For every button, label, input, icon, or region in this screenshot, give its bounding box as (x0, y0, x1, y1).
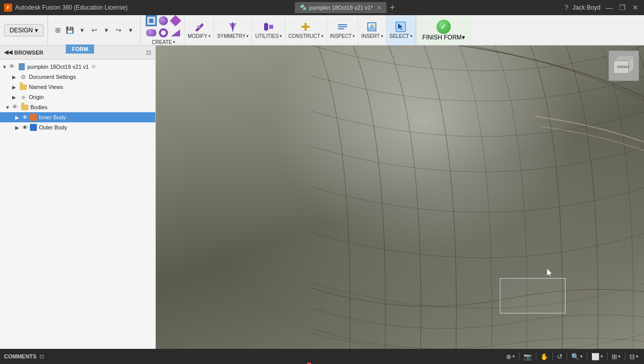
divider-5 (587, 352, 587, 360)
tree-arrow-inner-body: ▶ (15, 115, 22, 120)
wireframe-overlay (156, 46, 644, 349)
orbit-tool[interactable]: ↺ (555, 353, 564, 360)
grid-tool[interactable]: ⊞▾ (610, 353, 622, 360)
redo-button[interactable]: ↪ (113, 25, 124, 36)
utilities-group[interactable]: UTILITIES▾ (252, 15, 285, 45)
create-label: CREATE▾ (152, 39, 175, 45)
symmetry-icon (227, 21, 238, 32)
restore-button[interactable]: ❐ (618, 3, 627, 12)
svg-rect-8 (338, 24, 347, 25)
divider-2 (536, 352, 536, 360)
tree-item-origin[interactable]: ▶ ⊕ Origin (0, 92, 155, 102)
tree-item-inner-body[interactable]: ▶ 👁 Inner Body (0, 112, 155, 122)
divider-7 (625, 352, 625, 360)
select-group[interactable]: SELECT▾ (387, 15, 416, 45)
construct-group[interactable]: CONSTRUCT▾ (285, 15, 327, 45)
tree-item-root[interactable]: ▼ 👁 pumpkin 18Oct19 v21 v1 👁 (0, 62, 155, 72)
divider-6 (607, 352, 608, 360)
zoom-tool[interactable]: 🔍▾ (570, 353, 584, 360)
eye-icon-inner-body[interactable]: 👁 (22, 114, 28, 120)
close-button[interactable]: ✕ (631, 3, 640, 12)
finish-form-label: FINISH FORM▾ (422, 34, 465, 41)
inspect-group[interactable]: INSPECT▾ (327, 15, 358, 45)
comments-expand-icon[interactable]: ⊡ (39, 353, 44, 360)
snap-grid-tool[interactable]: ⊟▾ (628, 353, 640, 360)
svg-point-13 (373, 24, 375, 26)
eye-icon-bodies[interactable]: 👁 (12, 104, 19, 111)
tree-item-doc-settings-label: Document Settings (29, 74, 76, 80)
tree-item-doc-settings[interactable]: ▶ ⚙ Document Settings (0, 72, 155, 82)
inspect-label: INSPECT▾ (330, 33, 355, 39)
create-sphere-icon (158, 15, 169, 26)
origin-icon: ⊕ (19, 93, 27, 101)
save-arrow[interactable]: ▾ (76, 25, 88, 36)
comments-label: COMMENTS (4, 353, 36, 359)
save-button[interactable]: 💾 (64, 25, 75, 36)
eye-icon-root[interactable]: 👁 (9, 63, 16, 70)
form-tab[interactable]: FORM (66, 44, 94, 54)
select-icon (395, 21, 406, 32)
tree-item-bodies-label: Bodies (30, 104, 48, 110)
main-content: ◀◀ BROWSER ⊡ ▼ 👁 pumpkin 18Oct19 v21 v1 … (0, 46, 644, 349)
folder-icon-named-views (19, 83, 27, 91)
pan-tool[interactable]: ✋ (539, 353, 550, 360)
tree-item-named-views-label: Named Views (29, 84, 63, 90)
create-diamond-icon (170, 15, 181, 26)
tree-arrow-root: ▼ (2, 64, 9, 70)
finish-form-button[interactable]: ✓ FINISH FORM▾ (416, 15, 471, 45)
eye-icon-outer-body[interactable]: 👁 (22, 124, 28, 130)
insert-group[interactable]: INSERT▾ (358, 15, 387, 45)
modify-group[interactable]: MODIFY▾ (185, 15, 214, 45)
svg-text:FRONT: FRONT (617, 65, 630, 69)
create-wedge-icon (170, 27, 181, 38)
viewport[interactable]: FRONT (156, 46, 644, 349)
tab-close-icon[interactable]: ✕ (377, 5, 381, 11)
document-tab[interactable]: 🔩 pumpkin 18Oct19 v21 v1* ✕ (295, 2, 387, 13)
grid-apps-button[interactable]: ⊞ (52, 25, 63, 36)
help-icon[interactable]: ? (565, 4, 569, 12)
modify-label: MODIFY▾ (188, 33, 210, 39)
minimize-button[interactable]: — (605, 3, 614, 12)
viewcube[interactable]: FRONT (609, 51, 639, 81)
body-blue-icon (29, 123, 37, 131)
tree-item-outer-body[interactable]: ▶ 👁 Outer Body (0, 122, 155, 132)
create-ring-icon (158, 27, 169, 38)
utilities-icon (263, 21, 274, 32)
svg-point-1 (197, 25, 200, 28)
insert-icon (366, 21, 377, 32)
camera-tool[interactable]: 📷 (522, 353, 533, 360)
construct-icon (300, 21, 311, 32)
tree-arrow-origin: ▶ (12, 95, 19, 100)
divider-1 (519, 352, 520, 360)
browser-collapse-arrow[interactable]: ◀◀ (4, 49, 12, 56)
browser-options-icon[interactable]: ⊡ (146, 49, 151, 56)
tab-bar-area: 🔩 pumpkin 18Oct19 v21 v1* ✕ + (295, 2, 397, 13)
tree-item-bodies[interactable]: ▼ 👁 Bodies (0, 102, 155, 112)
titlebar-left: F Autodesk Fusion 360 (Education License… (4, 4, 127, 12)
redo-arrow[interactable]: ▾ (125, 25, 136, 36)
display-mode-tool[interactable]: ⬜▾ (590, 353, 605, 360)
settings-icon: ⚙ (19, 73, 27, 81)
select-label: SELECT▾ (390, 33, 412, 39)
undo-arrow[interactable]: ▾ (101, 25, 112, 36)
design-button[interactable]: DESIGN ▾ (4, 24, 44, 36)
svg-rect-7 (305, 23, 307, 31)
document-tab-title: pumpkin 18Oct19 v21 v1* (309, 5, 373, 11)
svg-rect-9 (338, 26, 347, 27)
symmetry-group[interactable]: SYMMETRY▾ (214, 15, 252, 45)
doc-icon (18, 63, 26, 71)
divider-4 (567, 352, 567, 360)
browser-tree: ▼ 👁 pumpkin 18Oct19 v21 v1 👁 ▶ ⚙ Documen… (0, 60, 155, 349)
create-group[interactable]: CREATE▾ (143, 15, 185, 45)
finish-form-icon: ✓ (437, 20, 451, 34)
undo-button[interactable]: ↩ (89, 25, 100, 36)
browser-label: BROWSER (14, 50, 43, 56)
create-frame-icon (146, 15, 157, 26)
new-tab-button[interactable]: + (388, 3, 397, 13)
snap-tool[interactable]: ⊕▾ (504, 353, 517, 360)
bottom-bar: COMMENTS ⊡ ⊕▾ 📷 ✋ ↺ 🔍▾ ⬜▾ ⊞▾ (0, 349, 644, 364)
tree-item-named-views[interactable]: ▶ Named Views (0, 82, 155, 92)
toolbar-main: CREATE▾ MODIFY▾ (141, 15, 644, 45)
toolbar: FORM DESIGN ▾ ⊞ 💾 ▾ ↩ ▾ ↪ ▾ (0, 15, 644, 46)
eye-extra-icon[interactable]: 👁 (91, 64, 97, 70)
